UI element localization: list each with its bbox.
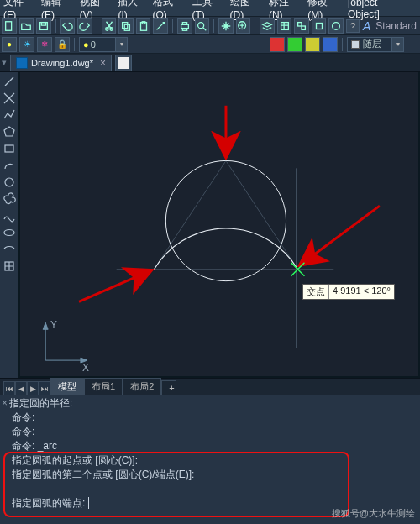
document-title: Drawing1.dwg* <box>31 58 93 68</box>
menu-bar: 文件(F) 编辑(E) 视图(V) 插入(I) 格式(O) 工具(T) 绘图(D… <box>0 0 420 17</box>
revcloud-tool-icon[interactable] <box>2 191 17 207</box>
svg-marker-19 <box>4 127 14 136</box>
paste-icon[interactable] <box>136 18 151 34</box>
copy-icon[interactable] <box>118 18 134 34</box>
cmd-prompt: 命令: <box>12 440 34 452</box>
props-icon[interactable] <box>277 18 292 34</box>
annotation-a-icon[interactable]: A <box>363 19 370 33</box>
ucs-x-label: X <box>82 362 89 374</box>
osnap-tooltip: 交点 4.9191 < 120° <box>302 284 395 300</box>
redo-icon[interactable] <box>77 18 92 34</box>
page-icon <box>118 57 129 69</box>
print-icon[interactable] <box>177 18 192 34</box>
svg-rect-20 <box>5 145 13 152</box>
menu-more[interactable]: [object Object] <box>348 0 412 20</box>
dwg-file-icon <box>16 57 28 69</box>
clr4-icon[interactable] <box>323 37 338 52</box>
close-cmd-icon[interactable]: × <box>2 397 8 409</box>
drawing-canvas[interactable]: Y X 交点 4.9191 < 120° <box>18 72 420 378</box>
circle-tool-icon[interactable] <box>2 175 17 190</box>
chevron-down-icon[interactable]: ▾ <box>116 37 128 52</box>
svg-rect-14 <box>281 22 288 29</box>
layer-dropdown[interactable]: ● 0 ▾ <box>79 37 128 52</box>
svg-line-27 <box>226 160 298 269</box>
nav-first-icon[interactable]: ⏮ <box>3 381 15 395</box>
xline-tool-icon[interactable] <box>2 91 17 106</box>
layer-off-icon[interactable]: ● <box>2 37 17 52</box>
insert-block-icon[interactable] <box>2 259 17 274</box>
cmd-line: 命令: <box>3 425 34 439</box>
rectangle-tool-icon[interactable] <box>2 141 17 156</box>
tool-icon[interactable] <box>312 18 327 34</box>
pan-icon[interactable] <box>218 18 234 34</box>
ellipse-tool-icon[interactable] <box>2 225 17 240</box>
toolbar-layers: ● ☀ ❄ 🔒 ● 0 ▾ 随层 ▾ <box>0 35 420 54</box>
cut-icon[interactable] <box>102 18 117 34</box>
svg-marker-36 <box>43 322 48 329</box>
polygon-tool-icon[interactable] <box>2 124 17 139</box>
layer-sun-icon[interactable]: ☀ <box>19 37 34 52</box>
layout-nav: ⏮ ◀ ▶ ⏭ <box>3 381 50 395</box>
document-tabbar: ▾ Drawing1.dwg* × <box>0 54 420 72</box>
layer-lock-icon[interactable]: 🔒 <box>55 37 70 52</box>
work-area: Y X 交点 4.9191 < 120° <box>0 72 420 378</box>
separator <box>172 19 173 33</box>
nav-prev-icon[interactable]: ◀ <box>15 381 27 395</box>
svg-point-22 <box>4 230 14 236</box>
svg-point-12 <box>198 22 204 28</box>
match-icon[interactable] <box>153 18 168 34</box>
tab-layout2[interactable]: 布局2 <box>123 378 161 395</box>
cmd-line: 指定圆的半径: <box>9 397 72 409</box>
zoom-icon[interactable] <box>236 18 251 34</box>
tab-scroll-left[interactable]: ▾ <box>0 54 8 72</box>
tab-add[interactable]: + <box>161 380 176 395</box>
svg-rect-2 <box>41 22 45 25</box>
undo-icon[interactable] <box>60 18 76 34</box>
layer-color-swatch <box>351 40 360 49</box>
clr2-icon[interactable] <box>287 37 302 52</box>
bylayer-dropdown[interactable]: 随层 ▾ <box>347 37 404 52</box>
ellipse-arc-tool-icon[interactable] <box>2 242 17 257</box>
save-icon[interactable] <box>36 18 51 34</box>
svg-rect-0 <box>5 21 11 30</box>
osnap-type: 交点 <box>303 285 329 299</box>
osnap-distance: 4.9191 <box>333 286 361 296</box>
command-window[interactable]: ×指定圆的半径: 命令: 命令: 命令: _arc 指定圆弧的起点或 [圆心(C… <box>0 395 420 524</box>
svg-point-18 <box>333 22 340 29</box>
help-icon[interactable]: ? <box>346 19 360 33</box>
close-tab-icon[interactable]: × <box>100 57 106 69</box>
new-icon[interactable] <box>2 18 17 34</box>
arc-tool-icon[interactable] <box>2 158 17 173</box>
find-icon[interactable] <box>195 18 210 34</box>
cmd-line: 命令: <box>3 411 34 425</box>
new-tab-button[interactable] <box>115 55 132 71</box>
polyline-tool-icon[interactable] <box>2 107 17 123</box>
nav-next-icon[interactable]: ▶ <box>27 381 39 395</box>
layer-icon[interactable] <box>260 18 275 34</box>
tab-model[interactable]: 模型 <box>50 378 84 395</box>
open-icon[interactable] <box>19 18 34 34</box>
layout-tabbar: ⏮ ◀ ▶ ⏭ 模型 布局1 布局2 + <box>0 378 420 395</box>
chevron-down-icon[interactable]: ▾ <box>392 37 404 52</box>
svg-line-30 <box>79 271 150 302</box>
tab-layout1[interactable]: 布局1 <box>84 378 123 395</box>
separator <box>74 38 75 51</box>
annotation-highlight-box <box>3 452 349 517</box>
svg-point-28 <box>165 160 286 280</box>
layer-freeze-icon[interactable]: ❄ <box>37 37 52 52</box>
tool2-icon[interactable] <box>328 18 344 34</box>
spline-tool-icon[interactable] <box>2 208 17 223</box>
clr3-icon[interactable] <box>305 37 320 52</box>
svg-line-26 <box>154 160 226 269</box>
watermark: 搜狐号@大水牛测绘 <box>332 506 415 521</box>
svg-rect-16 <box>302 26 305 29</box>
text-style-label[interactable]: Standard <box>375 20 417 32</box>
block-icon[interactable] <box>294 18 309 34</box>
svg-point-21 <box>5 178 13 186</box>
clr1-icon[interactable] <box>270 37 285 52</box>
nav-last-icon[interactable]: ⏭ <box>39 381 50 395</box>
line-tool-icon[interactable] <box>2 74 17 89</box>
document-tab[interactable]: Drawing1.dwg* × <box>10 55 112 71</box>
separator <box>265 38 265 51</box>
separator <box>342 38 343 51</box>
